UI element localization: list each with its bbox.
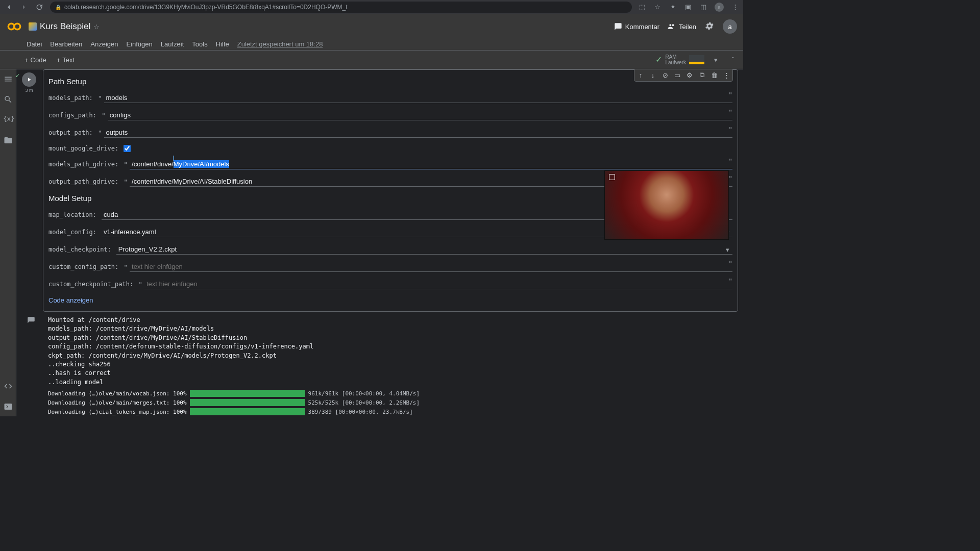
lock-icon: 🔒 [55, 5, 61, 10]
output-toggle-icon[interactable] [27, 316, 36, 325]
progress-row: Downloading (…)olve/main/vocab.json: 100… [48, 390, 733, 397]
configs-path-row: configs_path: " " [48, 110, 732, 120]
last-saved[interactable]: Zuletzt gespeichert um 18:28 [237, 40, 323, 48]
comment-button[interactable]: Kommentar [614, 22, 659, 31]
output-path-input[interactable] [104, 128, 732, 138]
configs-path-input[interactable] [108, 110, 732, 120]
models-path-gdrive-input[interactable]: /content/drive/MyDrive/AI/models I [130, 159, 732, 169]
main-content: ✓ 3 m ↑ ↓ ⊘ ▭ ⚙ ⧉ 🗑 ⋮ Path Setup models_ [16, 69, 743, 416]
progress-stats: 525k/525k [00:00<00:00, 2.26MB/s] [308, 399, 420, 406]
cell-menu-icon[interactable]: ⋮ [721, 70, 731, 80]
bookmark-icon[interactable]: ☆ [653, 3, 662, 11]
model-checkpoint-label: model_checkpoint: [48, 246, 111, 253]
model-checkpoint-select[interactable]: Protogen_V2.2.ckpt [116, 244, 732, 255]
menu-help[interactable]: Hilfe [216, 40, 229, 48]
output-path-label: output_path: [48, 129, 93, 136]
url-text: colab.research.google.com/drive/13G9KHyM… [64, 4, 348, 11]
cell-runtime: 3 m [25, 88, 33, 93]
webcam-overlay [604, 170, 729, 240]
menu-runtime[interactable]: Laufzeit [161, 40, 184, 48]
custom-config-label: custom_config_path: [48, 263, 118, 270]
cell-settings-icon[interactable]: ⚙ [684, 70, 695, 80]
delete-cell-icon[interactable]: 🗑 [709, 70, 719, 80]
custom-config-row: custom_config_path: " " [48, 262, 732, 272]
mount-gdrive-row: mount_google_drive: [48, 145, 732, 152]
settings-icon[interactable] [704, 21, 715, 33]
menu-view[interactable]: Anzeigen [90, 40, 118, 48]
check-icon: ✓ [655, 55, 662, 64]
menu-tools[interactable]: Tools [192, 40, 207, 48]
kebab-icon[interactable]: ⋮ [731, 3, 739, 11]
cell-output: Mounted at /content/drive models_path: /… [43, 312, 738, 416]
comment-cell-icon[interactable]: ▭ [672, 70, 682, 80]
browser-chrome: 🔒 colab.research.google.com/drive/13G9KH… [0, 0, 743, 14]
models-path-label: models_path: [48, 94, 93, 102]
svg-point-1 [14, 23, 20, 30]
models-path-gdrive-row: models_path_gdrive: " /content/drive/MyD… [48, 159, 732, 169]
share-button[interactable]: Teilen [668, 22, 696, 31]
models-path-gdrive-label: models_path_gdrive: [48, 161, 118, 168]
browser-actions: ⬚ ☆ ✦ ▣ ◫ a ⋮ [638, 3, 739, 12]
menu-insert[interactable]: Einfügen [126, 40, 152, 48]
progress-bar [190, 399, 305, 406]
text-cursor-icon: I [173, 154, 175, 162]
user-avatar[interactable]: a [723, 19, 737, 34]
progress-stats: 961k/961k [00:00<00:00, 4.04MB/s] [308, 390, 420, 397]
cast-icon[interactable]: ▣ [684, 3, 692, 11]
terminal-icon[interactable] [4, 402, 13, 411]
variables-icon[interactable]: {x} [4, 115, 13, 124]
output-path-gdrive-label: output_path_gdrive: [48, 178, 118, 185]
custom-checkpoint-input[interactable] [144, 279, 732, 289]
models-path-row: models_path: " " [48, 93, 732, 103]
move-down-icon[interactable]: ↓ [648, 70, 658, 80]
resource-graph-icon [689, 55, 704, 64]
ram-indicator[interactable]: ✓ RAMLaufwerk [655, 54, 704, 65]
progress-bar [190, 408, 305, 415]
svg-rect-3 [689, 62, 704, 64]
path-setup-heading: Path Setup [48, 77, 732, 86]
url-bar[interactable]: 🔒 colab.research.google.com/drive/13G9KH… [50, 2, 632, 13]
extensions-icon[interactable]: ✦ [669, 3, 677, 11]
progress-stats: 389/389 [00:00<00:00, 23.7kB/s] [308, 409, 413, 415]
menu-file[interactable]: Datei [27, 40, 42, 48]
output-path-row: output_path: " " [48, 128, 732, 138]
mirror-icon[interactable]: ⧉ [697, 70, 707, 80]
sidepanel-icon[interactable]: ◫ [699, 3, 707, 11]
left-rail: {x} [0, 69, 16, 416]
search-icon[interactable] [4, 95, 13, 104]
custom-checkpoint-label: custom_checkpoint_path: [48, 281, 133, 288]
title-area: Kurs Beispiel ☆ [29, 21, 614, 32]
menu-bar: Datei Bearbeiten Anzeigen Einfügen Laufz… [0, 39, 743, 50]
menu-edit[interactable]: Bearbeiten [50, 40, 82, 48]
reload-icon[interactable] [35, 3, 44, 12]
files-icon[interactable] [4, 136, 13, 145]
custom-checkpoint-row: custom_checkpoint_path: " " [48, 279, 732, 289]
back-icon[interactable] [4, 3, 13, 12]
link-icon[interactable]: ⊘ [660, 70, 670, 80]
move-up-icon[interactable]: ↑ [635, 70, 646, 80]
mount-gdrive-checkbox[interactable] [124, 145, 131, 152]
model-config-label: model_config: [48, 229, 96, 236]
show-code-link[interactable]: Code anzeigen [48, 296, 732, 304]
progress-label: Downloading (…)olve/main/merges.txt: 100… [48, 399, 187, 406]
colab-logo-icon[interactable] [6, 18, 22, 35]
profile-avatar[interactable]: a [715, 3, 724, 12]
runtime-dropdown[interactable]: ▾ [709, 54, 722, 66]
custom-config-input[interactable] [130, 262, 732, 272]
cell-status-icon: ✓ [16, 72, 20, 79]
drive-doc-icon [29, 22, 37, 31]
forward-icon[interactable] [19, 3, 29, 12]
code-snippets-icon[interactable] [4, 382, 13, 391]
models-path-input[interactable] [104, 93, 732, 103]
model-checkpoint-row: model_checkpoint: Protogen_V2.2.ckpt ▾ [48, 244, 732, 255]
run-cell-button[interactable] [22, 72, 36, 87]
notebook-title[interactable]: Kurs Beispiel [40, 21, 90, 32]
translate-icon[interactable]: ⬚ [638, 3, 646, 11]
star-icon[interactable]: ☆ [93, 23, 100, 31]
toc-icon[interactable] [4, 74, 13, 84]
progress-bar [190, 390, 305, 397]
add-code-button[interactable]: +Code [19, 54, 52, 66]
colab-header: Kurs Beispiel ☆ Kommentar Teilen a [0, 14, 743, 39]
add-text-button[interactable]: +Text [52, 54, 80, 66]
collapse-icon[interactable]: ˆ [727, 54, 739, 66]
